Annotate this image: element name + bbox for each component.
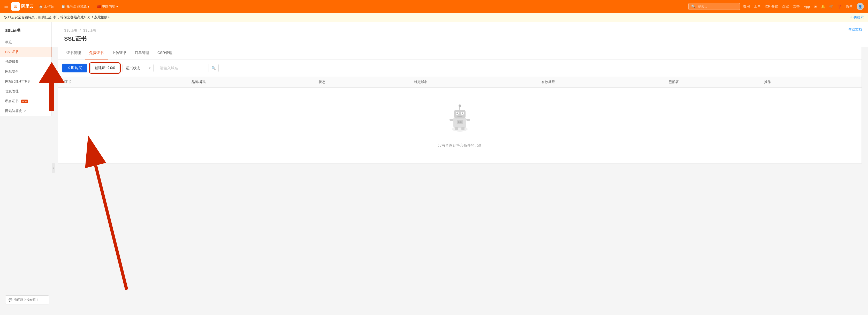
breadcrumb: SSL证书 / SSL证书	[58, 25, 102, 33]
tab-cert-mgmt[interactable]: 证书管理	[62, 47, 85, 59]
empty-robot-icon	[444, 103, 475, 139]
sidebar-item-hosting[interactable]: 托管服务	[0, 57, 52, 67]
promo-banner: 双11云安全促销特惠，新购低至5折，等保套餐最高减10万！点此抢购> 不再提示	[0, 13, 868, 22]
svg-point-15	[458, 121, 460, 123]
search-button[interactable]: 🔍	[209, 64, 218, 72]
sidebar-title: SSL证书	[0, 26, 52, 37]
svg-point-6	[462, 113, 463, 114]
sidebar-item-private-cert[interactable]: 私有证书 new	[0, 96, 52, 106]
chevron-down-icon: ▾	[88, 5, 89, 8]
sidebar-item-site-security[interactable]: 网站安全	[0, 67, 52, 77]
nav-right: 费用 工单 ICP 备案 企业 支持 App ✉ 🔔 🛒 ❓ 简体 👤	[743, 3, 864, 10]
cart-icon[interactable]: 🛒	[829, 5, 833, 8]
sidebar-label: 私有证书	[5, 99, 19, 104]
promo-text[interactable]: 双11云安全促销特惠，新购低至5折，等保套餐最高减10万！点此抢购>	[4, 15, 110, 20]
sidebar-item-info-mgmt[interactable]: 信息管理	[0, 86, 52, 96]
avatar[interactable]: 👤	[857, 3, 864, 10]
sidebar-label: 信息管理	[5, 89, 19, 94]
page-title: SSL证书	[58, 33, 102, 43]
empty-text: 没有查询到符合条件的记录	[438, 143, 482, 148]
ask-expert-btn[interactable]: 💬 有问题？找专家！	[5, 295, 49, 305]
create-cert-button[interactable]: 创建证书 0/0	[90, 64, 119, 73]
sidebar-item-site-tamper[interactable]: 网站防篡改 ↗	[0, 106, 52, 116]
page-header: SSL证书 / SSL证书 SSL证书 帮助文档	[52, 22, 868, 47]
th-domain: 绑定域名	[412, 77, 539, 87]
new-badge: new	[21, 99, 28, 103]
sidebar-label: 概览	[5, 40, 12, 45]
external-link-icon: ↗	[24, 109, 26, 113]
th-status: 状态	[317, 77, 412, 87]
nav-workbench[interactable]: 🏠 工作台	[37, 4, 56, 9]
tab-csr-mgmt[interactable]: CSR管理	[153, 47, 177, 59]
sidebar-label: 网站防篡改	[5, 109, 22, 113]
main-layout: SSL证书 概览 SSL证书 托管服务 网站安全 网站代理HTTPS 信息管理 …	[0, 22, 868, 314]
expert-icon: 💬	[8, 298, 12, 302]
domain-search-wrapper: 🔍	[157, 64, 219, 72]
home-icon: 🏠	[39, 5, 43, 8]
logo-icon: 云	[11, 2, 20, 10]
sidebar-item-site-https[interactable]: 网站代理HTTPS	[0, 77, 52, 86]
svg-rect-10	[450, 119, 454, 121]
svg-rect-12	[455, 127, 458, 130]
status-select-wrapper: 证书状态 全部状态 已签发 审核中 已过期 待提交	[123, 64, 154, 72]
empty-state: 没有查询到符合条件的记录	[58, 88, 862, 164]
sidebar-label: SSL证书	[5, 50, 18, 54]
content-card: 证书管理 免费证书 上传证书 订单管理 CSR管理 立即购买 创建证书 0/0 …	[58, 47, 862, 164]
nav-support[interactable]: 支持	[793, 4, 800, 9]
sidebar-label: 托管服务	[5, 59, 19, 64]
nav-fee[interactable]: 费用	[743, 4, 750, 9]
logo[interactable]: 云 阿里云	[11, 2, 34, 10]
logo-text: 阿里云	[21, 4, 34, 9]
th-brand: 品牌/算法	[189, 77, 317, 87]
nav-simplified[interactable]: 简体	[846, 4, 852, 9]
message-icon[interactable]: ✉	[814, 5, 817, 8]
tab-upload-cert[interactable]: 上传证书	[108, 47, 130, 59]
chevron-down-icon: ▾	[116, 5, 118, 8]
tabs-bar: 证书管理 免费证书 上传证书 订单管理 CSR管理	[58, 47, 862, 59]
nav-account[interactable]: 📋 账号全部资源 ▾	[59, 4, 92, 9]
sidebar: SSL证书 概览 SSL证书 托管服务 网站安全 网站代理HTTPS 信息管理 …	[0, 22, 52, 116]
nav-engineer[interactable]: 工单	[754, 4, 761, 9]
svg-point-16	[460, 121, 462, 123]
sidebar-item-ssl-cert[interactable]: SSL证书	[0, 47, 52, 57]
svg-point-5	[457, 113, 458, 114]
tab-free-cert[interactable]: 免费证书	[85, 47, 108, 59]
sidebar-collapse-btn[interactable]: ‹	[52, 163, 55, 173]
th-validity: 有效期限	[539, 77, 666, 87]
bell-icon[interactable]: 🔔	[821, 5, 825, 8]
svg-rect-13	[461, 127, 465, 130]
ask-expert-label: 有问题？找专家！	[14, 298, 39, 302]
search-icon: 🔍	[691, 4, 695, 8]
help-doc-link[interactable]: 帮助文档	[848, 27, 862, 32]
sidebar-item-overview[interactable]: 概览	[0, 37, 52, 47]
flag-icon: 🇨🇳	[97, 5, 101, 8]
help-icon[interactable]: ❓	[837, 5, 842, 8]
search-input[interactable]	[698, 5, 737, 8]
breadcrumb-link-1[interactable]: SSL证书	[64, 28, 77, 32]
svg-rect-14	[457, 120, 463, 124]
th-actions: 操作	[762, 77, 858, 87]
global-search[interactable]: 🔍	[688, 3, 740, 10]
breadcrumb-link-2[interactable]: SSL证书	[83, 28, 96, 32]
nav-app[interactable]: App	[804, 5, 810, 8]
sidebar-wrapper: SSL证书 概览 SSL证书 托管服务 网站安全 网站代理HTTPS 信息管理 …	[0, 22, 52, 314]
nav-region[interactable]: 🇨🇳 中国内地 ▾	[95, 4, 120, 9]
buy-now-button[interactable]: 立即购买	[62, 64, 87, 73]
th-cert: 证书	[62, 77, 189, 87]
domain-search-input[interactable]	[157, 64, 209, 72]
svg-point-8	[459, 105, 461, 107]
tab-order-mgmt[interactable]: 订单管理	[130, 47, 153, 59]
nav-enterprise[interactable]: 企业	[782, 4, 789, 9]
promo-dismiss-btn[interactable]: 不再提示	[850, 15, 864, 20]
sidebar-label: 网站安全	[5, 69, 19, 74]
svg-rect-9	[457, 116, 462, 117]
status-select[interactable]: 证书状态 全部状态 已签发 审核中 已过期 待提交	[123, 64, 154, 72]
svg-rect-11	[466, 119, 470, 121]
hamburger-icon[interactable]: ☰	[4, 4, 8, 9]
account-icon: 📋	[61, 5, 65, 8]
top-nav: ☰ 云 阿里云 🏠 工作台 📋 账号全部资源 ▾ 🇨🇳 中国内地 ▾ 🔍 费用 …	[0, 0, 868, 13]
toolbar: 立即购买 创建证书 0/0 证书状态 全部状态 已签发 审核中 已过期 待提交 …	[58, 59, 862, 77]
th-deployed: 已部署	[666, 77, 762, 87]
nav-icp[interactable]: ICP 备案	[765, 4, 778, 9]
table-header: 证书 品牌/算法 状态 绑定域名 有效期限 已部署 操作	[58, 77, 862, 88]
